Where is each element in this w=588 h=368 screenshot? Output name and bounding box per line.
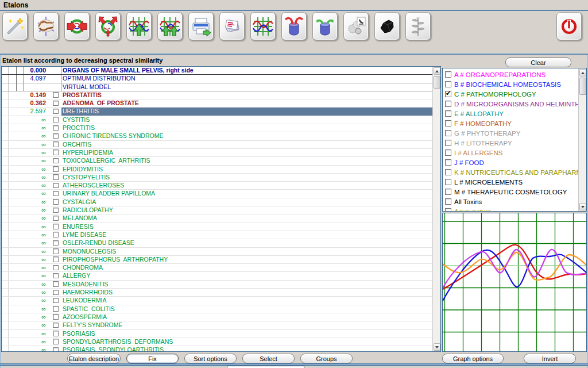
toolbar-phyto-button[interactable] — [405, 12, 431, 40]
table-row[interactable]: ∞HYPERLIPIDEMIA — [2, 149, 434, 157]
row-checkbox[interactable] — [53, 248, 59, 254]
category-checkbox[interactable] — [445, 189, 451, 195]
category-checkbox[interactable] — [445, 159, 451, 166]
category-checkbox[interactable] — [445, 179, 451, 185]
category-checkbox[interactable] — [445, 71, 451, 78]
table-row[interactable]: ∞ORCHITIS — [2, 141, 434, 149]
row-checkbox[interactable] — [53, 224, 59, 229]
category-item[interactable]: Acupuncture — [443, 206, 579, 211]
table-row[interactable]: ∞ATHEROSCLEROSES — [2, 182, 434, 190]
row-checkbox[interactable] — [53, 240, 59, 246]
category-item[interactable]: K # NUTRICEUTICALS AND PARAPHARMACEU — [443, 167, 579, 177]
row-checkbox[interactable] — [53, 256, 59, 262]
table-row[interactable]: ∞LYME DISEASE — [2, 231, 434, 239]
category-item[interactable]: B # BIOCHEMICAL HOMEOSTASIS — [443, 79, 579, 89]
category-checkbox[interactable]: ✔ — [445, 91, 451, 97]
etalon-description-button[interactable]: Etalon description — [67, 354, 121, 363]
row-checkbox[interactable] — [53, 298, 59, 304]
scroll-down-icon[interactable] — [434, 343, 440, 351]
table-row[interactable]: ∞OSLER-RENDU DISEASE — [2, 239, 434, 247]
select-button[interactable]: Select — [242, 354, 295, 363]
table-row[interactable]: 4.097OPTIMUM DISTRIBUTION — [2, 75, 434, 83]
row-checkbox[interactable] — [53, 150, 59, 155]
category-item[interactable]: E # ALLOPATHY — [443, 109, 579, 118]
table-row[interactable]: ∞SPONDYLOARTHROSIS DEFORMANS — [2, 338, 434, 346]
table-row[interactable]: ∞MONONUCLEOSIS — [2, 248, 434, 256]
table-row[interactable]: 0.149PROSTATITIS — [2, 91, 434, 99]
row-checkbox[interactable] — [53, 174, 59, 180]
category-checkbox[interactable] — [445, 81, 451, 87]
toolbar-wand-button[interactable] — [2, 12, 28, 40]
row-checkbox[interactable] — [53, 331, 59, 336]
row-checkbox[interactable] — [53, 101, 59, 106]
sort-options-button[interactable]: Sort options — [184, 354, 237, 363]
table-row[interactable]: ∞PROCTITIS — [2, 124, 434, 132]
category-item[interactable]: G # PHYTOTHERAPY — [443, 128, 579, 138]
table-row[interactable]: ∞CHONDROMA — [2, 264, 434, 272]
row-checkbox[interactable] — [53, 183, 59, 189]
category-checkbox[interactable] — [445, 208, 451, 211]
toolbar-vessel-in-button[interactable] — [281, 12, 307, 40]
table-row[interactable]: ∞HAEMORRHOIDS — [2, 289, 434, 297]
category-item[interactable]: A # ORGANOPREPARATIONS — [443, 70, 579, 79]
table-row[interactable]: ∞AZOOSPERMIA — [2, 313, 434, 321]
table-row[interactable]: ∞LEUKODERMIA — [2, 297, 434, 305]
graph-options-button[interactable]: Graph options — [442, 354, 504, 363]
category-item[interactable]: F # HOMEOPATHY — [443, 118, 579, 128]
table-scrollbar-thumb[interactable] — [434, 76, 440, 89]
category-checkbox[interactable] — [445, 101, 451, 107]
toolbar-brain-button[interactable] — [33, 12, 59, 40]
category-item[interactable]: All Toxins — [443, 197, 579, 206]
category-checkbox[interactable] — [445, 150, 451, 156]
row-checkbox[interactable] — [53, 273, 59, 279]
row-checkbox[interactable] — [53, 281, 59, 287]
row-checkbox[interactable] — [53, 141, 59, 147]
table-row[interactable]: ∞EPIDIDYMITIS — [2, 166, 434, 174]
scroll-down-icon[interactable] — [579, 203, 586, 210]
row-checkbox[interactable] — [53, 199, 59, 205]
table-row[interactable]: ∞CYSTOPYELITIS — [2, 174, 434, 182]
row-checkbox[interactable] — [53, 216, 59, 221]
category-item[interactable]: ✔C # PATHOMORPHOLOGY — [443, 89, 579, 99]
row-checkbox[interactable] — [53, 290, 59, 296]
table-row[interactable]: ∞MESOADENITIS — [2, 281, 434, 289]
category-checkbox[interactable] — [445, 198, 451, 205]
toolbar-print-button[interactable] — [188, 12, 214, 40]
toolbar-card-index-button[interactable] — [219, 12, 245, 40]
toolbar-graph-apply-all-button[interactable] — [157, 12, 183, 40]
row-checkbox[interactable] — [53, 133, 59, 139]
toolbar-compare-in-button[interactable] — [64, 12, 90, 40]
category-checkbox[interactable] — [445, 120, 451, 126]
table-row[interactable]: ∞RADICULOPATHY — [2, 206, 434, 214]
table-row[interactable]: ∞PIROPHOSPHORUS ARTHROPATHY — [2, 256, 434, 264]
row-checkbox[interactable] — [53, 109, 59, 114]
row-checkbox[interactable] — [53, 117, 59, 122]
toolbar-compare-branch-button[interactable] — [95, 12, 121, 40]
table-row[interactable]: ∞SPASTIC COLITIS — [2, 305, 434, 313]
row-checkbox[interactable] — [53, 208, 59, 213]
category-item[interactable]: J # FOOD — [443, 158, 579, 167]
row-checkbox[interactable] — [53, 232, 59, 237]
row-checkbox[interactable] — [53, 314, 59, 320]
category-checkbox[interactable] — [445, 130, 451, 136]
row-checkbox[interactable] — [53, 347, 59, 351]
row-checkbox[interactable] — [53, 323, 59, 328]
category-scrollbar[interactable] — [578, 68, 586, 211]
category-checkbox[interactable] — [445, 140, 451, 146]
table-row[interactable]: ∞CYSTALGIA — [2, 198, 434, 206]
row-checkbox[interactable] — [53, 158, 59, 164]
table-row[interactable]: ∞URINARY BLADDER PAPILLOMA — [2, 190, 434, 198]
category-item[interactable]: D # MICROORGANISMS AND HELMINTHS — [443, 99, 579, 109]
table-row[interactable]: ∞CHRONIC TIREDNESS SYNDROME — [2, 132, 434, 140]
table-row[interactable]: ∞CYSTITIS — [2, 116, 434, 124]
table-row[interactable]: ∞ENURESIS — [2, 223, 434, 231]
toolbar-microorganisms-button[interactable] — [343, 12, 369, 40]
row-checkbox[interactable] — [53, 166, 59, 172]
groups-button[interactable]: Groups — [300, 354, 353, 363]
exit-button[interactable] — [556, 12, 582, 40]
table-row[interactable]: ∞ALLERGY — [2, 272, 434, 280]
table-scrollbar[interactable] — [432, 67, 440, 351]
table-row[interactable]: 0.000ORGANS OF MALE SMALL PELVIS, right … — [2, 67, 434, 75]
category-item[interactable]: I # ALLERGENS — [443, 148, 579, 158]
category-checkbox[interactable] — [445, 110, 451, 117]
